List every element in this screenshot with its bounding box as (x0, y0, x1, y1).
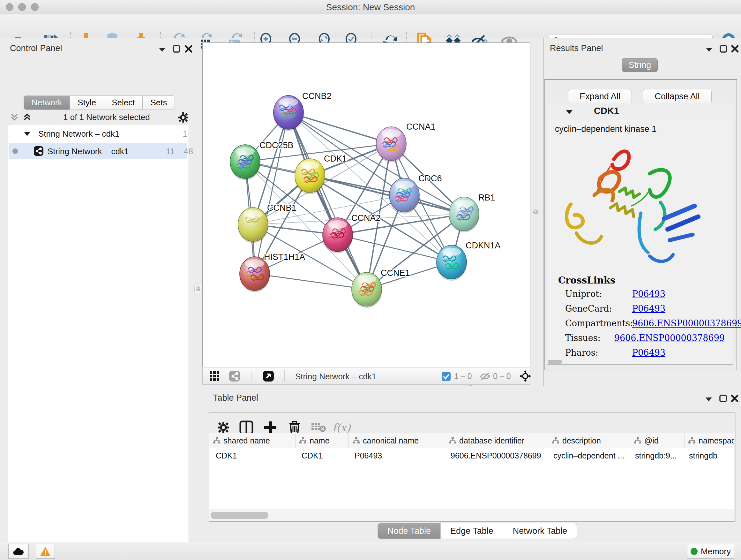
table-body: CDK1CDK1P064939606.ENSP00000378699cyclin… (209, 448, 734, 463)
network-node-CCNA2[interactable] (322, 218, 353, 253)
network-edge-count: 48 (175, 146, 193, 157)
tab-style[interactable]: Style (70, 96, 104, 110)
column-header-name[interactable]: name (295, 433, 349, 448)
network-node-CCNE1[interactable] (351, 272, 382, 308)
crosslink-link[interactable]: P06493 (632, 348, 665, 358)
node-label-CCNA2: CCNA2 (351, 213, 381, 223)
close-panel-icon[interactable] (185, 45, 193, 53)
column-header-shared-name[interactable]: shared name (209, 433, 295, 448)
collection-label: String Network – cdk1 (38, 129, 119, 139)
expand-all-button[interactable]: Expand All (568, 89, 632, 104)
maximize-panel-icon[interactable] (719, 45, 728, 53)
tab-node-table[interactable]: Node Table (378, 523, 441, 539)
network-canvas[interactable]: CCNB2CCNA1CDC25BCDK1CDC6RB1CCNB1CCNA2CDK… (202, 43, 530, 368)
node-label-CDC25B: CDC25B (259, 140, 293, 150)
tab-sets[interactable]: Sets (143, 96, 175, 110)
control-panel-tabs: NetworkStyleSelectSets (23, 96, 175, 110)
table-cell[interactable]: 9606.ENSP00000378699 (444, 448, 547, 463)
tab-select[interactable]: Select (104, 96, 143, 110)
close-panel-icon[interactable] (731, 394, 739, 402)
column-header-description[interactable]: description (548, 433, 630, 448)
network-node-CDC25B[interactable] (230, 145, 260, 180)
network-options-gear-icon[interactable] (178, 112, 189, 123)
table-cell[interactable]: CDK1 (295, 448, 348, 463)
maximize-panel-icon[interactable] (719, 394, 727, 402)
network-tree: String Network – cdk1 1 String Network –… (8, 125, 189, 560)
network-node-CCNB1[interactable] (238, 207, 268, 243)
table-cell[interactable]: P06493 (348, 448, 444, 463)
network-node-CCNB2[interactable] (273, 96, 304, 131)
expand-all-chevron-icon[interactable] (22, 113, 32, 122)
table-cell[interactable]: cyclin–dependent ... (547, 448, 629, 463)
results-tab-string[interactable]: String (622, 58, 658, 72)
column-type-icon (299, 437, 307, 444)
table-header-row: shared namenamecanonical namedatabase id… (209, 433, 734, 448)
memory-button[interactable]: Memory (687, 544, 734, 559)
close-panel-icon[interactable] (731, 45, 739, 53)
fit-selected-crosshair-icon[interactable] (519, 370, 531, 382)
collection-expand-caret-icon[interactable] (24, 132, 30, 137)
control-panel: Control Panel NetworkStyleSelectSets 1 o… (0, 38, 201, 542)
network-view-toolbar: String Network – cdk1 1 – 0 0 – 0 (202, 367, 530, 385)
tab-network[interactable]: Network (23, 96, 70, 110)
column-type-icon (212, 437, 221, 444)
entry-collapse-caret-icon[interactable] (566, 110, 573, 115)
table-row[interactable]: CDK1CDK1P064939606.ENSP00000378699cyclin… (209, 448, 734, 463)
footer-separator (251, 370, 252, 382)
column-header-canonical-name[interactable]: canonical name (349, 433, 445, 448)
node-table[interactable]: shared namenamecanonical namedatabase id… (209, 433, 734, 509)
maximize-panel-icon[interactable] (172, 45, 181, 53)
table-cell[interactable]: CDK1 (209, 448, 295, 463)
results-horizontal-scrollbar[interactable] (548, 360, 562, 364)
column-header-database-identifier[interactable]: database identifier (445, 433, 548, 448)
footer-separator (476, 370, 476, 382)
crosslink-link[interactable]: 9606.ENSP00000378699 (614, 333, 725, 343)
current-network-dot-icon (12, 148, 18, 154)
string-network-graph[interactable]: CCNB2CCNA1CDC25BCDK1CDC6RB1CCNB1CCNA2CDK… (203, 43, 530, 367)
network-selection-row: 1 of 1 Network selected (6, 112, 195, 123)
left-splitter-handle[interactable] (194, 285, 201, 292)
network-node-CDK1[interactable] (294, 159, 325, 194)
node-table-container: f(x) shared namenamecanonical namedataba… (208, 413, 736, 522)
float-panel-icon[interactable] (705, 397, 713, 402)
table-horizontal-scrollbar[interactable] (209, 509, 734, 521)
network-node-RB1[interactable] (449, 197, 479, 233)
table-cell[interactable]: stringdb:9... (629, 448, 683, 463)
footer-separator (284, 370, 285, 382)
cloud-status-button[interactable] (8, 544, 29, 559)
column-header-namespace[interactable]: namespace (684, 433, 734, 448)
network-node-HIST1H1A[interactable] (239, 257, 270, 292)
tab-network-table[interactable]: Network Table (503, 523, 577, 539)
birds-eye-view-icon[interactable] (263, 370, 274, 382)
title-bar: Session: New Session (0, 0, 741, 14)
crosslink-link[interactable]: P06493 (632, 289, 665, 299)
warning-icon (40, 547, 51, 556)
crosslink-row: Compartments:9606.ENSP00000378699 (565, 318, 725, 328)
grid-view-icon[interactable] (210, 371, 220, 381)
hidden-counts: 0 – 0 (493, 372, 511, 381)
float-panel-icon[interactable] (705, 47, 713, 52)
network-node-CDKN1A[interactable] (436, 245, 467, 281)
selected-checkbox-icon[interactable] (441, 372, 451, 381)
collapse-all-button[interactable]: Collapse All (643, 89, 712, 104)
column-type-icon (688, 437, 696, 444)
column-type-icon (352, 437, 360, 444)
crosslink-link[interactable]: 9606.ENSP00000378699 (632, 318, 741, 328)
main-toolbar: ? (0, 14, 741, 38)
tab-edge-table[interactable]: Edge Table (441, 523, 503, 539)
crosslink-link[interactable]: P06493 (632, 304, 665, 314)
network-node-CCNA1[interactable] (376, 127, 407, 162)
float-panel-icon[interactable] (158, 47, 166, 52)
network-collection-row[interactable]: String Network – cdk1 1 (8, 128, 187, 140)
table-cell[interactable]: stringdb (683, 448, 734, 463)
network-view-mode-icon[interactable] (229, 370, 240, 382)
column-header-id[interactable]: @id (630, 433, 684, 448)
gene-entry-header[interactable]: CDK1 (547, 103, 733, 120)
crosslinks-heading: CrossLinks (558, 275, 615, 286)
network-row-selected[interactable]: String Network – cdk1 11 48 (9, 143, 187, 159)
scrollbar-thumb[interactable] (211, 512, 268, 519)
right-splitter-handle[interactable] (533, 209, 538, 214)
warning-status-button[interactable] (36, 544, 55, 559)
network-node-CDC6[interactable] (389, 178, 420, 213)
collapse-all-chevron-icon[interactable] (10, 113, 19, 122)
